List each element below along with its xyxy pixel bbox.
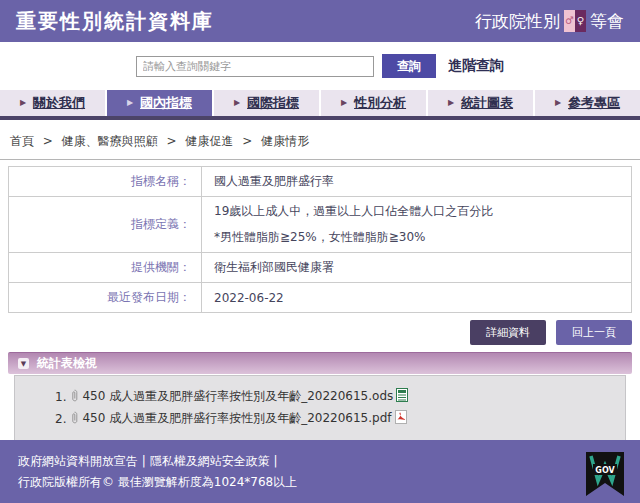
male-symbol-icon: ♂ (564, 10, 575, 32)
pdf-file-icon (395, 410, 407, 427)
file-item: 2. 450 成人過重及肥胖盛行率按性別及年齡_20220615.pdf (55, 410, 615, 427)
breadcrumb-item-home[interactable]: 首頁 (10, 134, 34, 148)
site-footer: 政府網站資料開放宣告 | 隱私權及網站安全政策 | 行政院版權所有© 最佳瀏覽解… (0, 440, 640, 503)
advanced-search-link[interactable]: 進階查詢 (448, 57, 504, 75)
tab-reference-area[interactable]: ▶ 參考專區 (535, 90, 640, 116)
tab-gender-analysis[interactable]: ▶ 性別分析 (321, 90, 426, 116)
providing-agency-label: 提供機關： (9, 253, 202, 283)
file-index: 1. (55, 390, 66, 404)
definition-line-2: *男性體脂肪≧25%，女性體脂肪≧30% (214, 229, 619, 246)
breadcrumb-separator: > (43, 134, 53, 148)
search-bar: 查詢 進階查詢 (0, 42, 640, 90)
stats-table-accordion-header[interactable]: ▼ 統計表檢視 (8, 352, 632, 374)
site-title: 重要性別統計資料庫 (16, 8, 214, 35)
action-buttons: 詳細資料 回上一頁 (8, 320, 632, 345)
file-index: 2. (55, 412, 66, 426)
gender-equality-logo: ♂ ♀ (564, 10, 586, 32)
indicator-definition-row: 指標定義： 19歲以上成人中，過重以上人口佔全體人口之百分比 *男性體脂肪≧25… (9, 197, 632, 253)
ods-file-link[interactable]: 450 成人過重及肥胖盛行率按性別及年齡_20220615.ods (82, 388, 393, 405)
back-button[interactable]: 回上一頁 (556, 320, 632, 345)
footer-copyright-line: 行政院版權所有© 最佳瀏覽解析度為1024*768以上 (18, 472, 622, 493)
release-date-row: 最近發布日期： 2022-06-22 (9, 283, 632, 313)
female-symbol-icon: ♀ (575, 10, 586, 32)
indicator-definition-value: 19歲以上成人中，過重以上人口佔全體人口之百分比 *男性體脂肪≧25%，女性體脂… (202, 197, 632, 253)
org-name-prefix: 行政院性別 (475, 10, 560, 33)
providing-agency-row: 提供機關： 衛生福利部國民健康署 (9, 253, 632, 283)
breadcrumb: 首頁 > 健康、醫療與照顧 > 健康促進 > 健康情形 (0, 120, 640, 160)
indicator-name-value: 國人過重及肥胖盛行率 (202, 167, 632, 197)
main-nav: ▶ 關於我們 ▶ 國內指標 ▶ 國際指標 ▶ 性別分析 ▶ 統計圖表 ▶ 參考專… (0, 90, 640, 120)
org-banner: 行政院性別 ♂ ♀ 等會 (475, 10, 624, 33)
tab-international-indicators[interactable]: ▶ 國際指標 (214, 90, 319, 116)
release-date-value: 2022-06-22 (202, 283, 632, 313)
org-name-suffix: 等會 (590, 10, 624, 33)
site-header: 重要性別統計資料庫 行政院性別 ♂ ♀ 等會 (0, 0, 640, 42)
breadcrumb-separator: > (167, 134, 177, 148)
chevron-down-icon: ▼ (18, 358, 29, 369)
indicator-definition-label: 指標定義： (9, 197, 202, 253)
breadcrumb-separator: > (242, 134, 252, 148)
tab-statistical-charts[interactable]: ▶ 統計圖表 (428, 90, 533, 116)
open-data-policy-link[interactable]: 政府網站資料開放宣告 (18, 454, 138, 468)
breadcrumb-item-current: 健康情形 (261, 134, 309, 148)
tab-about-us[interactable]: ▶ 關於我們 (0, 90, 105, 116)
triangle-right-icon: ▶ (20, 99, 26, 107)
paperclip-icon (70, 411, 79, 427)
triangle-right-icon: ▶ (234, 99, 240, 107)
file-item: 1. 450 成人過重及肥胖盛行率按性別及年齡_20220615.ods (55, 388, 615, 405)
breadcrumb-item-health-promotion[interactable]: 健康促進 (185, 134, 233, 148)
footer-links-line: 政府網站資料開放宣告 | 隱私權及網站安全政策 | (18, 451, 622, 472)
providing-agency-value: 衛生福利部國民健康署 (202, 253, 632, 283)
indicator-name-row: 指標名稱： 國人過重及肥胖盛行率 (9, 167, 632, 197)
definition-line-1: 19歲以上成人中，過重以上人口佔全體人口之百分比 (214, 203, 619, 220)
triangle-right-icon: ▶ (341, 99, 347, 107)
detail-data-button[interactable]: 詳細資料 (470, 320, 546, 345)
footer-separator: | (138, 454, 150, 468)
release-date-label: 最近發布日期： (9, 283, 202, 313)
ods-file-icon (396, 388, 408, 405)
search-input[interactable] (136, 56, 374, 77)
paperclip-icon (70, 389, 79, 405)
stats-accordion-title: 統計表檢視 (37, 355, 97, 372)
breadcrumb-item-health-care[interactable]: 健康、醫療與照顧 (62, 134, 158, 148)
triangle-right-icon: ▶ (555, 99, 561, 107)
search-button[interactable]: 查詢 (382, 54, 436, 78)
tab-domestic-indicators[interactable]: ▶ 國內指標 (107, 90, 212, 116)
pdf-file-link[interactable]: 450 成人過重及肥胖盛行率按性別及年齡_20220615.pdf (82, 410, 391, 427)
triangle-right-icon: ▶ (127, 99, 133, 107)
indicator-name-label: 指標名稱： (9, 167, 202, 197)
privacy-security-policy-link[interactable]: 隱私權及網站安全政策 (150, 454, 270, 468)
footer-separator: | (270, 454, 278, 468)
indicator-detail-table: 指標名稱： 國人過重及肥胖盛行率 指標定義： 19歲以上成人中，過重以上人口佔全… (8, 166, 632, 313)
triangle-right-icon: ▶ (448, 99, 454, 107)
gov-certification-logo[interactable]: GOV (586, 452, 624, 499)
gov-logo-text: GOV (595, 466, 615, 475)
